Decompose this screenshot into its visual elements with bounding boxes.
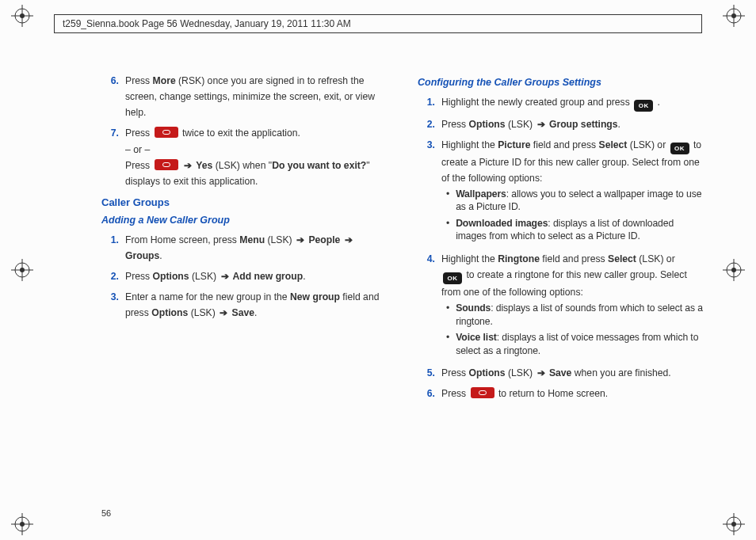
step-body: From Home screen, press Menu (LSK) ➔ Peo… <box>125 232 389 264</box>
list-item: 7. Press twice to exit the application. … <box>101 125 389 189</box>
step-body: Press More (RSK) once you are signed in … <box>125 73 389 120</box>
right-column: Configuring the Caller Groups Settings 1… <box>418 73 705 500</box>
svg-point-11 <box>20 268 25 272</box>
list-item: 3. Enter a name for the new group in the… <box>101 289 389 321</box>
crop-mark-icon <box>723 513 745 535</box>
step-body: Highlight the Picture field and press Se… <box>441 137 705 246</box>
step-number: 6. <box>101 73 119 120</box>
end-key-icon <box>155 159 178 170</box>
step-number: 5. <box>418 365 435 381</box>
step-body: Press Options (LSK) ➔ Group settings. <box>441 116 705 132</box>
crop-mark-icon <box>723 5 745 27</box>
bullet-item: Voice list: displays a list of voice mes… <box>446 331 705 357</box>
step-body: Enter a name for the new group in the Ne… <box>125 289 389 321</box>
list-item: 1. Highlight the newly created group and… <box>418 94 705 112</box>
svg-point-19 <box>20 522 25 527</box>
svg-point-23 <box>731 522 736 527</box>
list-item: 1. From Home screen, press Menu (LSK) ➔ … <box>101 232 389 264</box>
content-area: 6. Press More (RSK) once you are signed … <box>101 73 705 500</box>
heading-adding-new-caller-group: Adding a New Caller Group <box>101 212 389 229</box>
step-body: Press to return to Home screen. <box>441 386 705 401</box>
left-column: 6. Press More (RSK) once you are signed … <box>101 73 389 500</box>
step-body: Highlight the newly created group and pr… <box>441 94 705 112</box>
crop-mark-icon <box>11 513 33 535</box>
heading-caller-groups: Caller Groups <box>101 194 389 211</box>
ok-key-icon: OK <box>443 272 462 284</box>
step-number: 4. <box>418 251 435 360</box>
bullet-item: Sounds: displays a list of sounds from w… <box>446 302 705 328</box>
step-body: Press twice to exit the application. – o… <box>125 125 389 189</box>
step-body: Highlight the Ringtone field and press S… <box>441 251 705 360</box>
step-number: 6. <box>418 386 435 401</box>
step-number: 1. <box>418 94 435 112</box>
bullet-item: Downloaded images: displays a list of do… <box>446 217 705 243</box>
svg-point-7 <box>731 13 736 18</box>
end-key-icon <box>471 387 494 398</box>
step-number: 3. <box>101 289 119 321</box>
header-text: t259_Sienna.book Page 56 Wednesday, Janu… <box>63 18 351 29</box>
list-item: 3. Highlight the Picture field and press… <box>418 137 705 246</box>
step-number: 3. <box>418 137 435 246</box>
list-item: 5. Press Options (LSK) ➔ Save when you a… <box>418 365 705 381</box>
bullet-item: Wallpapers: allows you to select a wallp… <box>446 188 705 214</box>
list-item: 4. Highlight the Ringtone field and pres… <box>418 251 705 360</box>
crop-mark-icon <box>723 259 745 281</box>
heading-configuring-caller-groups: Configuring the Caller Groups Settings <box>418 74 705 91</box>
page: t259_Sienna.book Page 56 Wednesday, Janu… <box>0 0 756 540</box>
svg-point-3 <box>20 13 25 18</box>
page-number: 56 <box>101 508 111 518</box>
step-body: Press Options (LSK) ➔ Add new group. <box>125 268 389 284</box>
list-item: 2. Press Options (LSK) ➔ Add new group. <box>101 268 389 284</box>
ok-key-icon: OK <box>670 143 689 154</box>
list-item: 2. Press Options (LSK) ➔ Group settings. <box>418 116 705 132</box>
crop-mark-icon <box>11 259 33 281</box>
header-box: t259_Sienna.book Page 56 Wednesday, Janu… <box>54 14 702 33</box>
crop-mark-icon <box>11 5 33 27</box>
end-key-icon <box>155 127 178 138</box>
step-number: 1. <box>101 232 119 264</box>
step-number: 2. <box>101 268 119 284</box>
list-item: 6. Press to return to Home screen. <box>418 386 705 401</box>
step-body: Press Options (LSK) ➔ Save when you are … <box>441 365 705 381</box>
step-number: 7. <box>101 125 119 189</box>
step-number: 2. <box>418 116 435 132</box>
list-item: 6. Press More (RSK) once you are signed … <box>101 73 389 120</box>
svg-point-15 <box>731 268 736 272</box>
ok-key-icon: OK <box>634 100 653 112</box>
